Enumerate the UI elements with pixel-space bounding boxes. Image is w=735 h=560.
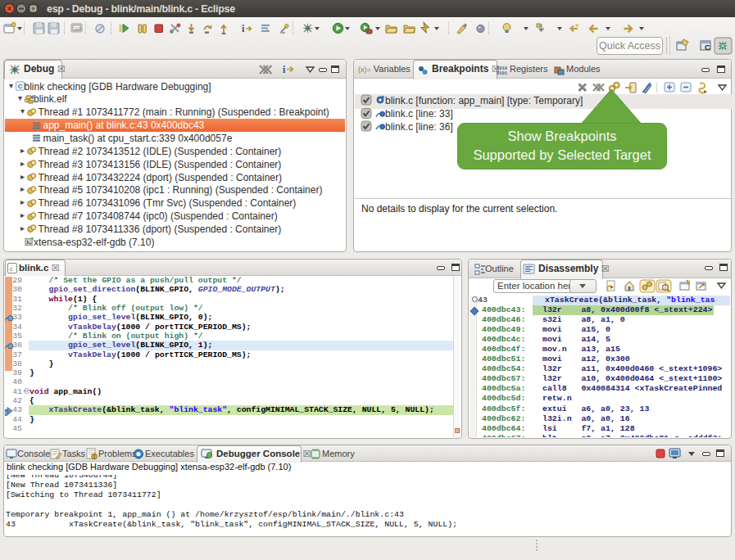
svg-text:!: ! — [93, 454, 95, 459]
svg-text:C: C — [705, 43, 710, 52]
svg-text:c: c — [10, 264, 13, 273]
svg-text:i: i — [242, 23, 245, 34]
svg-text:0101: 0101 — [497, 71, 507, 76]
svg-text:101: 101 — [74, 27, 81, 32]
svg-text:i: i — [283, 64, 286, 75]
